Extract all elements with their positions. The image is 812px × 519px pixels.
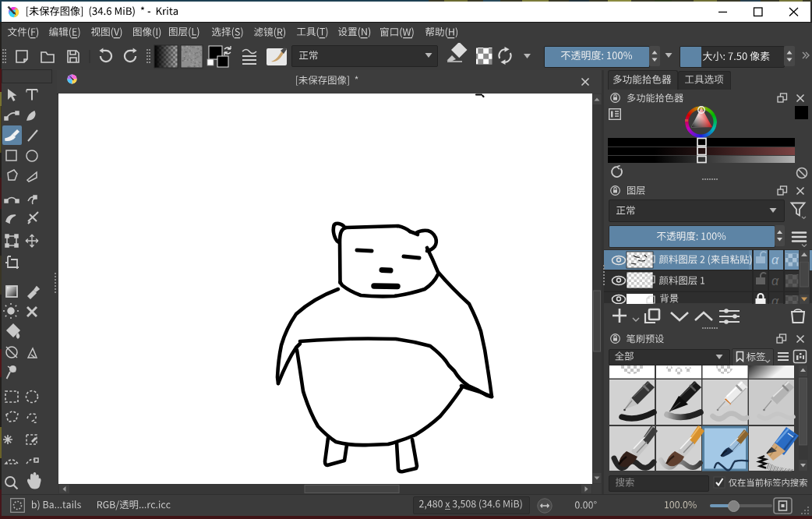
svg-text:α: α (771, 295, 779, 304)
svg-text:α: α (771, 253, 779, 267)
svg-text:α: α (771, 274, 779, 288)
